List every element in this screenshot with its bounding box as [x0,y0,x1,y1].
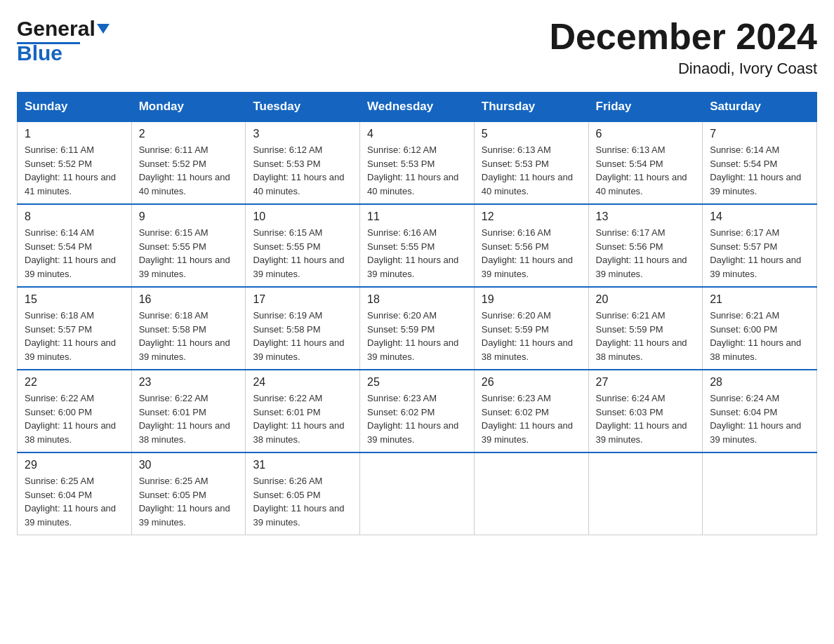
calendar-cell: 3Sunrise: 6:12 AMSunset: 5:53 PMDaylight… [246,121,360,204]
calendar-cell: 1Sunrise: 6:11 AMSunset: 5:52 PMDaylight… [18,121,132,204]
calendar-cell: 9Sunrise: 6:15 AMSunset: 5:55 PMDaylight… [131,204,246,287]
day-info: Sunrise: 6:16 AMSunset: 5:55 PMDaylight:… [367,226,467,281]
logo-blue: Blue [17,41,62,65]
day-info: Sunrise: 6:14 AMSunset: 5:54 PMDaylight:… [25,226,124,281]
day-info: Sunrise: 6:13 AMSunset: 5:53 PMDaylight:… [482,143,581,198]
calendar-cell: 5Sunrise: 6:13 AMSunset: 5:53 PMDaylight… [474,121,588,204]
day-number: 30 [139,459,239,471]
day-number: 6 [596,128,696,140]
calendar-cell: 20Sunrise: 6:21 AMSunset: 5:59 PMDayligh… [588,287,703,370]
calendar-cell: 19Sunrise: 6:20 AMSunset: 5:59 PMDayligh… [474,287,588,370]
header-thursday: Thursday [474,93,588,122]
day-number: 10 [253,210,352,223]
day-number: 18 [367,293,467,306]
day-number: 5 [482,128,581,140]
day-number: 31 [253,459,352,471]
day-number: 15 [25,293,124,306]
header-saturday: Saturday [703,93,817,122]
day-info: Sunrise: 6:23 AMSunset: 6:02 PMDaylight:… [482,391,581,446]
calendar-cell: 2Sunrise: 6:11 AMSunset: 5:52 PMDaylight… [131,121,246,204]
day-info: Sunrise: 6:11 AMSunset: 5:52 PMDaylight:… [25,143,124,198]
calendar-cell: 8Sunrise: 6:14 AMSunset: 5:54 PMDaylight… [18,204,132,287]
header-friday: Friday [588,93,703,122]
day-number: 28 [710,376,809,389]
day-number: 7 [710,128,809,140]
day-info: Sunrise: 6:16 AMSunset: 5:56 PMDaylight:… [482,226,581,281]
day-info: Sunrise: 6:23 AMSunset: 6:02 PMDaylight:… [367,391,467,446]
day-number: 21 [710,293,809,306]
header-tuesday: Tuesday [246,93,360,122]
calendar-cell: 10Sunrise: 6:15 AMSunset: 5:55 PMDayligh… [246,204,360,287]
calendar-cell: 29Sunrise: 6:25 AMSunset: 6:04 PMDayligh… [18,452,132,535]
calendar-cell: 7Sunrise: 6:14 AMSunset: 5:54 PMDaylight… [703,121,817,204]
day-info: Sunrise: 6:15 AMSunset: 5:55 PMDaylight:… [139,226,239,281]
header-sunday: Sunday [18,93,132,122]
day-info: Sunrise: 6:17 AMSunset: 5:56 PMDaylight:… [596,226,696,281]
day-info: Sunrise: 6:25 AMSunset: 6:04 PMDaylight:… [25,474,124,529]
month-title: December 2024 [549,17,817,57]
header-wednesday: Wednesday [360,93,475,122]
calendar-cell: 22Sunrise: 6:22 AMSunset: 6:00 PMDayligh… [18,370,132,452]
day-number: 12 [482,210,581,223]
calendar-cell [360,452,475,535]
day-info: Sunrise: 6:25 AMSunset: 6:05 PMDaylight:… [139,474,239,529]
calendar-cell: 12Sunrise: 6:16 AMSunset: 5:56 PMDayligh… [474,204,588,287]
day-number: 25 [367,376,467,389]
calendar-cell: 23Sunrise: 6:22 AMSunset: 6:01 PMDayligh… [131,370,246,452]
day-number: 20 [596,293,696,306]
logo: General Blue [17,17,110,65]
day-info: Sunrise: 6:21 AMSunset: 6:00 PMDaylight:… [710,309,809,363]
day-info: Sunrise: 6:22 AMSunset: 6:01 PMDaylight:… [253,391,352,446]
calendar-header-row: SundayMondayTuesdayWednesdayThursdayFrid… [18,93,817,122]
calendar-week-1: 1Sunrise: 6:11 AMSunset: 5:52 PMDaylight… [18,121,817,204]
day-info: Sunrise: 6:11 AMSunset: 5:52 PMDaylight:… [139,143,239,198]
day-info: Sunrise: 6:22 AMSunset: 6:00 PMDaylight:… [25,391,124,446]
day-info: Sunrise: 6:26 AMSunset: 6:05 PMDaylight:… [253,474,352,529]
day-info: Sunrise: 6:15 AMSunset: 5:55 PMDaylight:… [253,226,352,281]
day-number: 2 [139,128,239,140]
day-number: 13 [596,210,696,223]
day-number: 24 [253,376,352,389]
day-number: 29 [25,459,124,471]
calendar-cell: 31Sunrise: 6:26 AMSunset: 6:05 PMDayligh… [246,452,360,535]
day-info: Sunrise: 6:19 AMSunset: 5:58 PMDaylight:… [253,309,352,363]
calendar-cell: 30Sunrise: 6:25 AMSunset: 6:05 PMDayligh… [131,452,246,535]
calendar-cell: 25Sunrise: 6:23 AMSunset: 6:02 PMDayligh… [360,370,475,452]
day-info: Sunrise: 6:12 AMSunset: 5:53 PMDaylight:… [367,143,467,198]
day-number: 14 [710,210,809,223]
day-number: 1 [25,128,124,140]
calendar-cell: 11Sunrise: 6:16 AMSunset: 5:55 PMDayligh… [360,204,475,287]
day-number: 23 [139,376,239,389]
calendar-cell: 18Sunrise: 6:20 AMSunset: 5:59 PMDayligh… [360,287,475,370]
calendar-cell: 27Sunrise: 6:24 AMSunset: 6:03 PMDayligh… [588,370,703,452]
calendar-cell [474,452,588,535]
day-number: 26 [482,376,581,389]
day-info: Sunrise: 6:20 AMSunset: 5:59 PMDaylight:… [367,309,467,363]
day-info: Sunrise: 6:13 AMSunset: 5:54 PMDaylight:… [596,143,696,198]
day-info: Sunrise: 6:24 AMSunset: 6:03 PMDaylight:… [596,391,696,446]
day-number: 27 [596,376,696,389]
calendar-cell: 14Sunrise: 6:17 AMSunset: 5:57 PMDayligh… [703,204,817,287]
day-info: Sunrise: 6:20 AMSunset: 5:59 PMDaylight:… [482,309,581,363]
calendar-cell: 6Sunrise: 6:13 AMSunset: 5:54 PMDaylight… [588,121,703,204]
day-number: 8 [25,210,124,223]
calendar-cell: 28Sunrise: 6:24 AMSunset: 6:04 PMDayligh… [703,370,817,452]
day-info: Sunrise: 6:14 AMSunset: 5:54 PMDaylight:… [710,143,809,198]
page-header: General Blue December 2024 Dinaodi, Ivor… [17,17,817,78]
logo-general: General [17,17,95,41]
day-info: Sunrise: 6:18 AMSunset: 5:58 PMDaylight:… [139,309,239,363]
calendar-week-4: 22Sunrise: 6:22 AMSunset: 6:00 PMDayligh… [18,370,817,452]
calendar-week-5: 29Sunrise: 6:25 AMSunset: 6:04 PMDayligh… [18,452,817,535]
day-number: 4 [367,128,467,140]
calendar-cell: 21Sunrise: 6:21 AMSunset: 6:00 PMDayligh… [703,287,817,370]
calendar-cell: 26Sunrise: 6:23 AMSunset: 6:02 PMDayligh… [474,370,588,452]
day-number: 19 [482,293,581,306]
calendar-cell [588,452,703,535]
calendar-table: SundayMondayTuesdayWednesdayThursdayFrid… [17,92,817,535]
day-info: Sunrise: 6:22 AMSunset: 6:01 PMDaylight:… [139,391,239,446]
location: Dinaodi, Ivory Coast [549,60,817,78]
day-info: Sunrise: 6:18 AMSunset: 5:57 PMDaylight:… [25,309,124,363]
day-number: 9 [139,210,239,223]
calendar-cell: 13Sunrise: 6:17 AMSunset: 5:56 PMDayligh… [588,204,703,287]
header-monday: Monday [131,93,246,122]
